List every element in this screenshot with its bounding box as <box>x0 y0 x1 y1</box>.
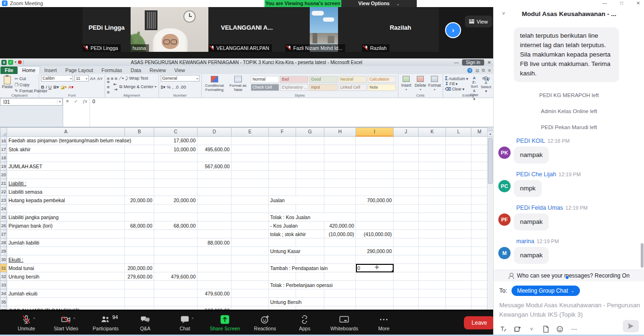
video-tile[interactable]: PEDi LinggaPEDi Lingga <box>83 7 131 52</box>
row-header-23: 23 <box>0 196 7 205</box>
align-left-center-right-icons: ≡ ≡ ≡ <box>107 79 112 95</box>
leave-button[interactable]: Leave <box>464 316 495 329</box>
toolbar-apps-button[interactable]: Apps <box>285 314 324 331</box>
apps-icon <box>299 314 310 325</box>
grid-cell-F29: Untung Kasar <box>269 247 324 255</box>
cell-cursor-icon: ✚ <box>375 264 379 270</box>
grid-cell-A23: Hutang kepada pembekal <box>7 196 125 205</box>
grid-cell-J26 <box>394 221 419 230</box>
minimize-button[interactable]: — <box>603 0 607 6</box>
grid-cell-H20 <box>324 171 356 179</box>
participant-tag-label: VELANGGANI ARLPAN <box>216 45 269 51</box>
more-icon[interactable]: ⋯ <box>570 325 578 333</box>
grid-cell-A29 <box>7 247 125 255</box>
borders-button: ⊞▾ <box>53 84 59 90</box>
chevron-down-icon[interactable]: ˅ <box>502 10 505 16</box>
view-options-dropdown[interactable]: View Options⌄ <box>341 0 417 7</box>
grid-cell-H17 <box>324 145 356 154</box>
toolbar-participants-button[interactable]: 94˄Participants <box>86 314 125 331</box>
grid-cell-B33 <box>125 281 154 289</box>
grid-cell-F33: Tolak : Perbelanjaan operasi <box>269 281 356 289</box>
toolbar-share-screen-button[interactable]: Share Screen <box>205 314 245 331</box>
column-header-E: E <box>231 128 269 137</box>
grid-cell-J27 <box>394 230 419 238</box>
message-input[interactable]: Message Modul Asas Keusahawanan - Pengur… <box>499 301 641 320</box>
maximize-button[interactable]: □ <box>620 0 623 6</box>
grid-cell-C22 <box>154 188 198 196</box>
video-tile[interactable]: RazilahRazilah <box>362 7 439 52</box>
close-icon: ✕ <box>487 68 491 73</box>
toolbar-label: More <box>378 326 389 331</box>
grid-cell-C28 <box>154 238 198 247</box>
message-time: 12:19 PM <box>559 172 581 177</box>
recipient-selector[interactable]: Meeting Group Chat⌄ <box>512 286 580 296</box>
video-tile[interactable]: Fazli Nizam Mohd Id... <box>285 7 362 52</box>
grid-cell-C21 <box>154 179 198 188</box>
toolbar-more-button[interactable]: More <box>364 314 404 331</box>
cell-value: 20,000.00 <box>130 197 152 203</box>
help-icon: ? <box>467 68 472 73</box>
row-header-36: 36 <box>0 306 7 310</box>
worksheet: ABCDEFGHIJKLM16Faedah atas pinjaman (ter… <box>0 127 493 310</box>
row-header-35: 35 <box>0 298 7 306</box>
grid-row: 26Pinjaman bank (lori)68,000.0068,000.00… <box>0 221 488 230</box>
grid-cell-M23 <box>471 196 488 205</box>
more-icon[interactable]: ⋯ <box>543 268 549 270</box>
grid-row: 18 <box>0 154 488 162</box>
chat-scrollbar-thumb[interactable] <box>641 243 644 268</box>
grid-cell-K30 <box>419 255 446 264</box>
cell-style-input: Input <box>309 84 338 91</box>
grid-cell-L19 <box>446 162 471 171</box>
chevron-down-icon[interactable]: ˅ <box>528 325 536 333</box>
find-select-button: Find & Select ▾ <box>481 76 491 92</box>
grid-cell-D35 <box>198 298 231 306</box>
grid-cell-E19 <box>231 162 269 171</box>
grid-cell-H30 <box>324 255 356 264</box>
chevron-up-icon[interactable]: ˄ <box>33 316 35 320</box>
grid-cell-K26 <box>419 221 446 230</box>
grid-cell-F20 <box>269 171 296 179</box>
chat-message: PEDi Felda Umas12:19 PMPFnampak <box>494 205 644 230</box>
emoji-icon[interactable] <box>556 325 564 333</box>
participant-tag-label: Fazli Nizam Mohd Id... <box>293 45 342 51</box>
chevron-up-icon[interactable]: ˄ <box>73 316 75 320</box>
ribbon-group-cells: Insert▾ Delete▾ Format▾ Cells <box>398 74 443 98</box>
chevron-up-icon[interactable]: ˄ <box>113 316 115 320</box>
cell-value: JUMLAH ASET <box>8 164 42 169</box>
close-button[interactable]: ✕ <box>636 0 640 6</box>
chevron-up-icon[interactable]: ˄ <box>191 316 194 320</box>
video-tile[interactable]: husna <box>131 7 208 52</box>
reply-icon[interactable]: ⌐⁺ <box>515 268 522 270</box>
row-header-29: 29 <box>0 247 7 255</box>
message-header: PEDi Che Lijah12:19 PM <box>516 171 644 178</box>
merge-center-button: ⧉ Merge & Center ▾ <box>119 84 157 90</box>
grid-cell-D17: 495,600.00 <box>198 145 231 154</box>
chat-message-bubble: telah terputus berikutan line internet l… <box>514 27 619 82</box>
toolbar-whiteboards-button[interactable]: Whiteboards <box>324 314 364 331</box>
toolbar-chat-button[interactable]: ˄Chat <box>165 314 205 331</box>
grid-cell-J30 <box>394 255 419 264</box>
grid-cell-L31 <box>446 264 471 272</box>
toolbar-start-video-button[interactable]: ˄Start Video <box>46 314 86 331</box>
grid-cell-H23 <box>324 196 356 205</box>
number-format-select: General▾ <box>161 75 199 82</box>
comma-icon: , <box>172 84 173 90</box>
video-tile[interactable]: VELANGGANI A...VELANGGANI ARLPAN <box>208 7 285 52</box>
gallery-view-button[interactable]: View <box>465 16 492 27</box>
send-button[interactable] <box>623 320 639 332</box>
grid-cell-D27 <box>198 230 231 238</box>
emoji-plus-icon[interactable]: ☺⁺ <box>528 268 537 270</box>
grid-cell-L29 <box>446 247 471 255</box>
column-header-D: D <box>198 128 231 137</box>
blue-dot-icon <box>566 276 569 279</box>
screenshot-icon[interactable] <box>513 325 521 333</box>
next-participants-button[interactable]: › <box>445 22 461 38</box>
fill-color-button: ◪▾ <box>60 84 67 90</box>
grid-cell-E32 <box>231 272 269 281</box>
toolbar-unmute-button[interactable]: ˄Unmute <box>7 314 46 331</box>
format-text-icon[interactable] <box>499 325 507 333</box>
file-icon[interactable] <box>542 325 550 333</box>
toolbar-q-a-button[interactable]: Q&A <box>125 314 165 331</box>
grid-row: 30Ekuiti : <box>0 255 488 264</box>
toolbar-reactions-button[interactable]: Reactions <box>245 314 285 331</box>
